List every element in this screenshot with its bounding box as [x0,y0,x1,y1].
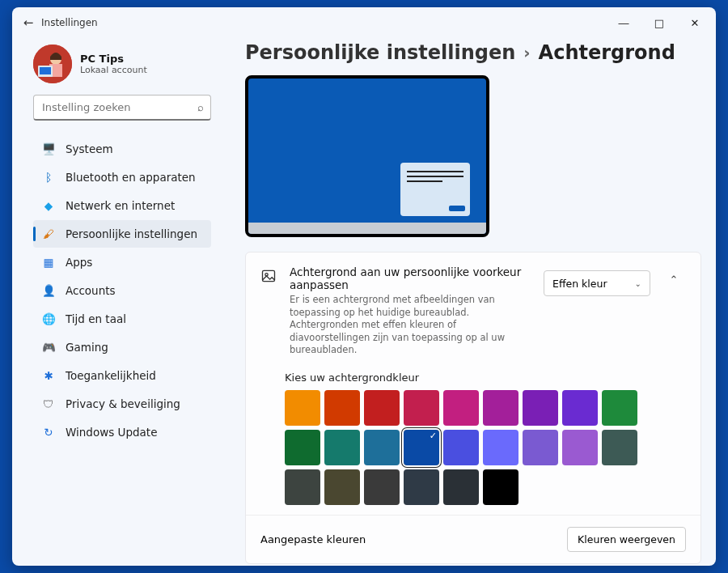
maximize-button[interactable]: □ [641,11,677,35]
search-input[interactable] [40,100,197,114]
sidebar-item-netwerk-en-internet[interactable]: ◆Netwerk en internet [33,192,211,219]
card-description: Er is een achtergrond met afbeeldingen v… [290,294,532,357]
color-swatch[interactable] [562,390,598,426]
color-swatch[interactable] [443,390,479,426]
color-swatch[interactable] [404,430,439,465]
color-swatch[interactable] [483,430,518,465]
nav-icon: ✱ [41,369,56,382]
color-swatch[interactable] [602,430,637,465]
color-swatch[interactable] [523,390,558,426]
show-colors-button[interactable]: Kleuren weergeven [567,527,686,552]
desktop-preview [245,75,489,237]
color-swatch[interactable] [324,390,360,426]
search-icon: ⌕ [197,101,204,113]
collapse-button[interactable]: ⌃ [662,265,686,286]
nav-icon: ◆ [41,199,56,212]
color-picker-label: Kies uw achtergrondkleur [246,368,700,390]
nav-label: Windows Update [66,426,157,439]
back-button[interactable]: ← [15,15,41,30]
color-swatch[interactable] [562,430,598,465]
nav-icon: 🖥️ [41,142,56,155]
breadcrumb-leaf: Achtergrond [539,41,675,64]
color-swatches [246,390,700,515]
color-swatch[interactable] [285,469,320,505]
nav-label: Toegankelijkheid [66,369,156,382]
nav-icon: 👤 [41,284,56,297]
sidebar-item-tijd-en-taal[interactable]: 🌐Tijd en taal [33,305,211,333]
sidebar-item-accounts[interactable]: 👤Accounts [33,277,211,304]
breadcrumb: Persoonlijke instellingen › Achtergrond [245,41,701,64]
nav-icon: 🌐 [41,312,56,325]
sidebar-item-toegankelijkheid[interactable]: ✱Toegankelijkheid [33,362,211,389]
color-swatch[interactable] [443,469,479,505]
color-swatch[interactable] [285,390,320,426]
nav-icon: ↻ [41,426,56,439]
nav-icon: 🛡 [41,397,56,410]
svg-rect-4 [40,67,51,74]
color-swatch[interactable] [602,390,637,426]
profile-subtitle: Lokaal account [80,65,147,75]
preview-taskbar [248,223,486,234]
color-swatch[interactable] [404,469,439,505]
nav-label: Gaming [66,341,108,354]
close-button[interactable]: ✕ [677,11,713,35]
color-swatch[interactable] [483,390,518,426]
window-title: Instellingen [41,17,98,28]
color-swatch[interactable] [324,430,360,465]
image-icon [260,265,278,287]
nav-icon: ▦ [41,256,56,269]
chevron-right-icon: › [523,43,530,62]
minimize-button[interactable]: ― [606,11,641,35]
preview-window [400,163,470,216]
sidebar-item-privacy-beveiliging[interactable]: 🛡Privacy & beveiliging [33,390,211,418]
breadcrumb-parent[interactable]: Persoonlijke instellingen [245,41,515,64]
profile-block[interactable]: PC Tips Lokaal account [33,41,211,95]
nav-label: Privacy & beveiliging [66,397,180,410]
color-swatch[interactable] [364,430,400,465]
color-swatch[interactable] [364,390,400,426]
color-swatch[interactable] [324,469,360,505]
titlebar: ← Instellingen ― □ ✕ [12,7,716,38]
background-card: Achtergrond aan uw persoonlijke voorkeur… [245,252,701,564]
color-swatch[interactable] [443,430,479,465]
nav-label: Systeem [66,142,113,155]
sidebar-nav: 🖥️SysteemᛒBluetooth en apparaten◆Netwerk… [33,135,211,446]
profile-name: PC Tips [80,53,147,65]
background-type-combo[interactable]: Effen kleur ⌄ [544,270,650,296]
window-controls: ― □ ✕ [606,11,713,35]
color-swatch[interactable] [285,430,320,465]
nav-icon: 🎮 [41,341,56,354]
color-swatch[interactable] [364,469,400,505]
search-box[interactable]: ⌕ [33,95,211,121]
sidebar-item-gaming[interactable]: 🎮Gaming [33,333,211,361]
sidebar-item-bluetooth-en-apparaten[interactable]: ᛒBluetooth en apparaten [33,163,211,191]
sidebar-item-persoonlijke-instellingen[interactable]: 🖌Persoonlijke instellingen [33,220,211,248]
nav-label: Persoonlijke instellingen [66,227,197,240]
settings-window: ← Instellingen ― □ ✕ PC Tips Lokaal acco… [12,7,716,566]
nav-label: Netwerk en internet [66,199,175,212]
custom-colors-label: Aangepaste kleuren [260,533,366,545]
sidebar-item-windows-update[interactable]: ↻Windows Update [33,418,211,446]
nav-icon: ᛒ [41,171,56,184]
sidebar-item-systeem[interactable]: 🖥️Systeem [33,135,211,163]
main-content[interactable]: Persoonlijke instellingen › Achtergrond [221,38,716,566]
nav-label: Apps [66,256,92,269]
nav-icon: 🖌 [41,227,56,240]
combo-value: Effen kleur [552,278,607,290]
sidebar-item-apps[interactable]: ▦Apps [33,248,211,276]
nav-label: Bluetooth en apparaten [66,171,196,184]
color-swatch[interactable] [523,430,558,465]
card-title: Achtergrond aan uw persoonlijke voorkeur… [290,265,532,291]
svg-rect-5 [263,270,275,281]
color-swatch[interactable] [483,469,518,505]
nav-label: Accounts [66,284,116,297]
color-swatch[interactable] [404,390,439,426]
sidebar: PC Tips Lokaal account ⌕ 🖥️SysteemᛒBluet… [12,38,221,566]
nav-label: Tijd en taal [66,312,126,325]
chevron-down-icon: ⌄ [635,279,641,288]
avatar [33,45,72,83]
